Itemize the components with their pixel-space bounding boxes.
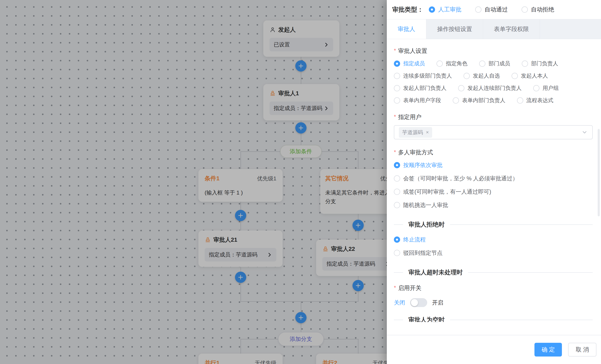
approver-setting-radio[interactable]: 表单内用户字段 (394, 97, 441, 104)
radio-icon (533, 85, 540, 91)
approve-type-row: 审批类型： 人工审批 自动通过 自动拒绝 (387, 0, 601, 19)
radio-icon (394, 162, 400, 168)
multi-mode-radio[interactable]: 会签（可同时审批，至少 % 人必须审批通过） (394, 172, 593, 185)
approver-setting-row1: 指定成员 指定角色 部门成员 部门负责人 (394, 60, 593, 67)
chevron-down-icon (581, 129, 588, 135)
radio-label: 指定成员 (403, 60, 425, 67)
cancel-button-label: 取 消 (576, 346, 589, 354)
radio-label: 发起人连续部门负责人 (468, 84, 521, 92)
drawer-footer: 确 定 取 消 (387, 335, 601, 364)
radio-icon (475, 6, 481, 13)
radio-icon (394, 175, 400, 182)
approver-setting-radio[interactable]: 指定角色 (437, 60, 468, 67)
radio-label: 人工审批 (438, 6, 461, 13)
radio-icon (394, 85, 400, 91)
radio-icon (429, 6, 435, 13)
multi-mode-radio-group: 按顺序依次审批 会签（可同时审批，至少 % 人必须审批通过） 或签(可同时审批，… (394, 159, 593, 212)
assign-user-label: 指定用户 (398, 114, 421, 120)
reject-section-title: 审批人拒绝时 (403, 221, 450, 229)
multi-mode-radio[interactable]: 按顺序依次审批 (394, 159, 593, 172)
clipped-next-section: 审批人为空时 (394, 316, 593, 322)
radio-icon (394, 202, 400, 208)
enable-switch-label: 启用开关 (398, 285, 421, 291)
assign-user-select[interactable]: 芋道源码 × (394, 125, 593, 139)
tab-label: 审批人 (398, 25, 415, 33)
radio-icon (458, 85, 464, 91)
settings-tab[interactable]: 操作按钮设置 (426, 19, 483, 39)
radio-label: 或签(可同时审批，有一人通过即可) (403, 188, 491, 195)
radio-label: 自动通过 (485, 6, 508, 13)
approve-type-radio[interactable]: 人工审批 (429, 6, 461, 13)
radio-label: 随机挑选一人审批 (403, 201, 448, 209)
approver-setting-radio[interactable]: 指定成员 (394, 60, 425, 67)
timeout-section-title: 审批人超时未处理时 (403, 268, 468, 277)
approve-type-radio[interactable]: 自动通过 (475, 6, 508, 13)
approver-setting-radio[interactable]: 用户组 (533, 84, 559, 92)
timeout-switch-row: 关闭 开启 (394, 297, 593, 308)
radio-label: 流程表达式 (526, 97, 553, 104)
radio-icon (522, 61, 528, 67)
settings-tabs: 审批人 操作按钮设置 表单字段权限 (387, 19, 601, 39)
radio-label: 发起人本人 (521, 72, 548, 80)
approver-setting-radio[interactable]: 部门成员 (479, 60, 510, 67)
radio-label: 部门成员 (489, 60, 510, 67)
approver-setting-radio[interactable]: 发起人部门负责人 (394, 84, 447, 92)
switch-off-label: 关闭 (394, 299, 405, 306)
approver-setting-radio[interactable]: 连续多级部门负责人 (394, 72, 452, 80)
reject-radio[interactable]: 驳回到指定节点 (394, 246, 593, 260)
radio-icon (479, 61, 485, 67)
required-asterisk: * (394, 114, 396, 120)
tab-label: 表单字段权限 (494, 25, 529, 33)
approver-setting-radio[interactable]: 发起人本人 (511, 72, 548, 80)
radio-icon (394, 250, 400, 256)
radio-label: 连续多级部门负责人 (403, 72, 452, 80)
user-tag: 芋道源码 × (399, 127, 432, 138)
timeout-toggle-switch[interactable] (410, 298, 427, 307)
radio-label: 自动拒绝 (531, 6, 554, 13)
multi-mode-radio[interactable]: 或签(可同时审批，有一人通过即可) (394, 185, 593, 198)
radio-label: 指定角色 (446, 60, 468, 67)
cancel-button[interactable]: 取 消 (568, 343, 596, 356)
tag-close-icon[interactable]: × (426, 130, 429, 135)
approver-setting-radio[interactable]: 发起人连续部门负责人 (458, 84, 521, 92)
approver-setting-radio[interactable]: 部门负责人 (522, 60, 558, 67)
radio-icon (394, 189, 400, 195)
settings-panel-body[interactable]: * 审批人设置 指定成员 指定角色 部门成员 (387, 40, 601, 335)
radio-icon (437, 61, 443, 67)
approver-setting-radio[interactable]: 发起人自选 (463, 72, 500, 80)
radio-label: 按顺序依次审批 (403, 162, 442, 169)
confirm-button-label: 确 定 (541, 346, 555, 354)
timeout-section-divider: 审批人超时未处理时 (394, 268, 593, 277)
approver-setting-radio[interactable]: 表单内部门负责人 (453, 97, 505, 104)
confirm-button[interactable]: 确 定 (534, 343, 562, 356)
radio-icon (394, 236, 400, 243)
tab-label: 操作按钮设置 (437, 25, 472, 33)
radio-label: 表单内部门负责人 (462, 97, 505, 104)
reject-radio-group: 终止流程 驳回到指定节点 (394, 233, 593, 260)
radio-icon (394, 61, 400, 67)
approver-settings-drawer: 审批类型： 人工审批 自动通过 自动拒绝 (387, 0, 601, 364)
reject-radio[interactable]: 终止流程 (394, 233, 593, 246)
multi-mode-radio[interactable]: 随机挑选一人审批 (394, 198, 593, 212)
settings-tab[interactable]: 表单字段权限 (483, 19, 540, 39)
panel-scrollbar[interactable] (598, 129, 600, 216)
approver-setting-radio[interactable]: 流程表达式 (517, 97, 553, 104)
radio-icon (394, 73, 400, 79)
multi-mode-label: 多人审批方式 (398, 149, 433, 156)
required-asterisk: * (394, 284, 396, 291)
radio-label: 发起人部门负责人 (403, 84, 447, 92)
radio-icon (463, 73, 470, 79)
radio-label: 表单内用户字段 (403, 97, 441, 104)
settings-tab[interactable]: 审批人 (387, 19, 426, 39)
approver-setting-row4: 表单内用户字段 表单内部门负责人 流程表达式 (394, 97, 593, 104)
required-asterisk: * (394, 47, 396, 54)
radio-label: 部门负责人 (531, 60, 558, 67)
approve-type-radio-group: 人工审批 自动通过 自动拒绝 (429, 6, 568, 13)
radio-label: 会签（可同时审批，至少 % 人必须审批通过） (403, 175, 518, 182)
radio-icon (394, 97, 400, 104)
approve-type-radio[interactable]: 自动拒绝 (521, 6, 554, 13)
radio-icon (517, 97, 523, 104)
radio-icon (511, 73, 518, 79)
radio-label: 发起人自选 (473, 72, 500, 80)
radio-label: 用户组 (542, 84, 559, 92)
